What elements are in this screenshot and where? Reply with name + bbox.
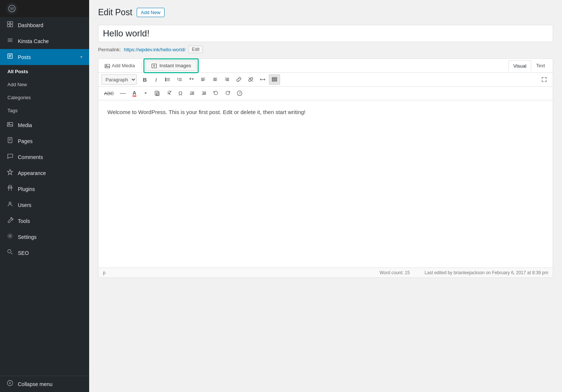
sidebar-logo: W — [0, 0, 89, 17]
align-left-button[interactable] — [198, 74, 209, 85]
collapse-icon — [6, 380, 14, 388]
sidebar-item-appearance[interactable]: Appearance — [0, 165, 89, 181]
align-left-icon — [200, 77, 206, 82]
text-color-dropdown[interactable] — [140, 88, 151, 98]
sidebar-item-settings[interactable]: Settings — [0, 229, 89, 245]
permalink-link[interactable]: https://wpdev.ink/hello-world/ — [124, 47, 185, 52]
editor-toolbar-row1: Paragraph B I 2 " — [98, 73, 553, 87]
sidebar-item-label: Kinsta Cache — [18, 38, 49, 44]
tools-icon — [6, 217, 14, 225]
svg-rect-4 — [7, 25, 10, 27]
sidebar-item-users[interactable]: Users — [0, 197, 89, 213]
blockquote-icon: " — [188, 77, 194, 82]
svg-rect-25 — [272, 80, 277, 81]
sidebar-item-tools[interactable]: Tools — [0, 213, 89, 229]
undo-button[interactable] — [210, 88, 221, 98]
italic-button[interactable]: I — [151, 74, 161, 85]
text-color-icon: A — [133, 90, 136, 97]
clear-format-button[interactable] — [163, 88, 175, 98]
italic-icon: I — [155, 77, 157, 83]
editor-toolbar-row2: ABC — A Ω — [98, 87, 553, 100]
redo-button[interactable] — [222, 88, 233, 98]
unordered-list-button[interactable] — [162, 74, 173, 85]
toolbar-toggle-icon — [272, 77, 277, 82]
align-center-button[interactable] — [209, 74, 221, 85]
indent-button[interactable] — [186, 88, 198, 98]
paste-plain-icon — [154, 90, 160, 96]
add-media-icon — [104, 63, 110, 69]
instant-images-icon — [151, 63, 157, 69]
sidebar-item-plugins[interactable]: Plugins — [0, 181, 89, 197]
toolbar-toggle-button[interactable] — [269, 74, 280, 85]
add-media-button[interactable]: Add Media — [101, 61, 138, 70]
more-break-button[interactable] — [257, 74, 268, 85]
page-title: Edit Post — [98, 7, 132, 17]
instant-images-label: Instant Images — [159, 63, 191, 68]
media-icon — [6, 121, 14, 129]
svg-point-11 — [9, 202, 11, 204]
kinsta-cache-icon — [6, 37, 14, 45]
tab-visual[interactable]: Visual — [509, 60, 531, 71]
instant-images-button[interactable]: Instant Images — [146, 61, 196, 71]
text-color-button[interactable]: A — [129, 88, 140, 98]
wp-logo-icon: W — [6, 3, 18, 14]
dashboard-icon — [6, 21, 14, 29]
align-right-button[interactable] — [221, 74, 233, 85]
tab-text[interactable]: Text — [531, 60, 550, 71]
add-new-button[interactable]: Add New — [137, 8, 165, 17]
svg-point-18 — [165, 78, 166, 79]
editor-path: p — [103, 270, 105, 275]
bold-icon: B — [143, 77, 147, 83]
sidebar-item-pages[interactable]: Pages — [0, 133, 89, 149]
paragraph-select[interactable]: Paragraph — [101, 74, 137, 85]
blockquote-button[interactable]: " — [186, 74, 197, 85]
sidebar-item-label: Appearance — [18, 170, 46, 176]
svg-point-28 — [237, 91, 242, 96]
indent-icon — [189, 90, 195, 96]
align-right-icon — [224, 77, 230, 82]
svg-point-13 — [8, 250, 11, 253]
outdent-button[interactable] — [198, 88, 209, 98]
sidebar-item-add-new[interactable]: Add New — [0, 78, 89, 91]
sidebar-item-label: SEO — [18, 250, 29, 256]
sidebar-item-all-posts[interactable]: All Posts — [0, 65, 89, 78]
tags-label: Tags — [7, 108, 17, 113]
sidebar-item-collapse[interactable]: Collapse menu — [0, 376, 89, 392]
sidebar-item-comments[interactable]: Comments — [0, 149, 89, 165]
help-button[interactable] — [234, 88, 245, 98]
content-area: Edit Post Add New Permalink: https://wpd… — [89, 0, 562, 392]
sidebar-item-categories[interactable]: Categories — [0, 91, 89, 104]
toolbar-separator — [142, 62, 142, 69]
sidebar-item-media[interactable]: Media — [0, 117, 89, 133]
sidebar-item-seo[interactable]: SEO — [0, 245, 89, 261]
sidebar-item-tags[interactable]: Tags — [0, 104, 89, 117]
svg-rect-2 — [7, 22, 10, 24]
bold-button[interactable]: B — [140, 74, 150, 85]
hr-button[interactable]: — — [117, 88, 129, 98]
sidebar-item-posts[interactable]: Posts ▼ — [0, 49, 89, 65]
unlink-button[interactable] — [245, 74, 256, 85]
special-chars-icon: Ω — [179, 90, 182, 96]
editor-status-right: Word count: 15 Last edited by brianleeja… — [380, 270, 548, 275]
svg-rect-3 — [10, 22, 13, 24]
text-color-chevron-icon — [144, 91, 147, 95]
sidebar-item-kinsta-cache[interactable]: Kinsta Cache — [0, 33, 89, 49]
post-title-input[interactable] — [98, 25, 553, 42]
fullscreen-button[interactable] — [539, 74, 550, 85]
permalink-edit-button[interactable]: Edit — [188, 46, 203, 53]
paste-plain-button[interactable] — [152, 88, 163, 98]
link-icon — [236, 77, 242, 82]
align-center-icon — [212, 77, 218, 82]
main-content: Edit Post Add New Permalink: https://wpd… — [89, 0, 562, 392]
all-posts-label: All Posts — [7, 69, 28, 74]
strikethrough-button[interactable]: ABC — [101, 88, 117, 98]
link-button[interactable] — [233, 74, 244, 85]
editor-content-area[interactable]: Welcome to WordPress. This is your first… — [98, 100, 553, 268]
sidebar-item-label: Users — [18, 202, 32, 208]
ordered-list-button[interactable]: 2 — [174, 74, 185, 85]
svg-point-14 — [7, 380, 13, 386]
special-chars-button[interactable]: Ω — [175, 88, 186, 98]
appearance-icon — [6, 169, 14, 177]
settings-icon — [6, 233, 14, 241]
sidebar-item-dashboard[interactable]: Dashboard — [0, 17, 89, 33]
